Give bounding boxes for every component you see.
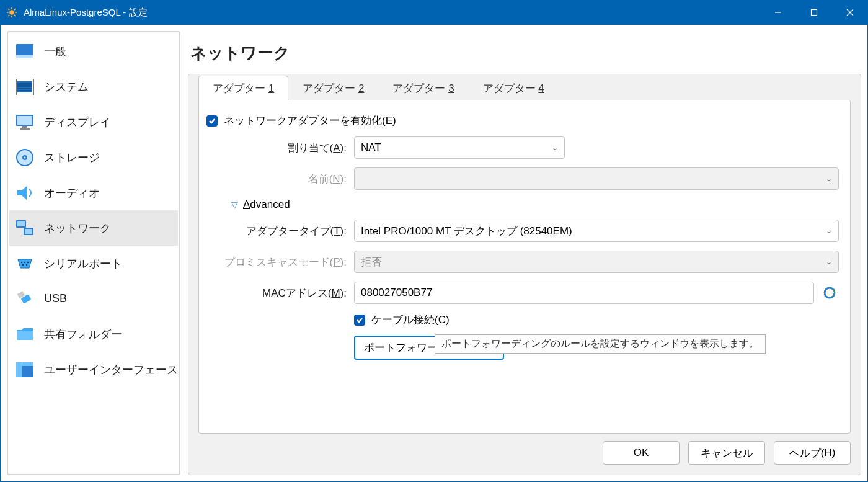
general-icon <box>14 41 35 62</box>
svg-rect-24 <box>17 116 32 125</box>
chevron-down-icon: ⌄ <box>826 226 832 235</box>
panel-title: ネットワーク <box>188 31 861 74</box>
enable-adapter-checkbox[interactable] <box>206 115 218 127</box>
sidebar-item-general[interactable]: 一般 <box>9 33 178 69</box>
dialog-footer: OK キャンセル ヘルプ(H) <box>198 434 851 465</box>
svg-point-34 <box>21 261 22 262</box>
attached-to-select[interactable]: NAT ⌄ <box>354 136 565 159</box>
name-row: 名前(N): ⌄ <box>210 167 839 190</box>
svg-line-6 <box>14 15 16 16</box>
chevron-down-icon: ⌄ <box>826 257 832 266</box>
cable-label: ケーブル接続(C) <box>371 313 450 327</box>
mac-row: MACアドレス(M): 080027050B77 <box>210 282 839 304</box>
sidebar-item-network[interactable]: ネットワーク <box>9 210 178 246</box>
help-button[interactable]: ヘルプ(H) <box>774 441 851 465</box>
cable-row: ケーブル接続(C) <box>210 313 839 327</box>
sidebar-item-audio[interactable]: オーディオ <box>9 175 178 210</box>
sidebar-item-shared-folders[interactable]: 共有フォルダー <box>9 316 178 352</box>
sidebar-label: 共有フォルダー <box>44 327 122 342</box>
sidebar-item-storage[interactable]: ストレージ <box>9 140 178 175</box>
svg-rect-41 <box>17 331 33 340</box>
tab-adapter-4[interactable]: アダプター 4 <box>469 76 559 100</box>
disclosure-triangle-icon: ▽ <box>231 200 238 210</box>
port-forwarding-tooltip: ポートフォワーディングのルールを設定するウィンドウを表示します。 <box>435 334 766 354</box>
advanced-disclosure[interactable]: ▽ Advanced <box>231 199 839 211</box>
titlebar: AlmaLinux-PostgreSQL - 設定 <box>0 0 868 25</box>
adapter-tabs: アダプター 1 アダプター 2 アダプター 3 アダプター 4 <box>198 76 851 100</box>
cancel-button[interactable]: キャンセル <box>688 441 765 465</box>
settings-sidebar: 一般 システム ディスプレイ ストレージ オーディオ ネットワーク シリアルポー… <box>7 31 180 475</box>
svg-rect-44 <box>16 366 22 377</box>
tab-adapter-1[interactable]: アダプター 1 <box>198 76 288 100</box>
svg-point-36 <box>27 261 29 262</box>
sidebar-label: 一般 <box>44 44 66 59</box>
adapter-type-label: アダプタータイプ(T): <box>210 224 354 238</box>
mac-refresh-button[interactable] <box>820 283 839 302</box>
serial-icon <box>14 253 35 274</box>
svg-point-38 <box>26 264 27 265</box>
sidebar-item-usb[interactable]: USB <box>9 281 178 316</box>
sidebar-label: ユーザーインターフェース <box>44 362 178 377</box>
ui-icon <box>14 359 35 380</box>
usb-icon <box>14 288 35 310</box>
tab-adapter-2[interactable]: アダプター 2 <box>288 76 378 100</box>
adapter-type-row: アダプタータイプ(T): Intel PRO/1000 MT デスクトップ (8… <box>210 220 839 242</box>
sidebar-item-system[interactable]: システム <box>9 69 178 104</box>
svg-point-37 <box>22 264 24 265</box>
main-panel: ネットワーク アダプター 1 アダプター 2 アダプター 3 アダプター 4 ネ… <box>188 31 861 475</box>
sidebar-label: USB <box>44 292 67 305</box>
svg-point-0 <box>9 10 14 15</box>
network-icon <box>14 218 35 239</box>
panel-body: アダプター 1 アダプター 2 アダプター 3 アダプター 4 ネットワークアダ… <box>188 74 861 475</box>
maximize-button[interactable] <box>796 0 832 25</box>
system-icon <box>14 76 35 97</box>
adapter-type-select[interactable]: Intel PRO/1000 MT デスクトップ (82540EM) ⌄ <box>354 220 839 242</box>
promiscuous-label: プロミスキャスモード(P): <box>210 255 354 269</box>
svg-rect-26 <box>20 128 30 130</box>
svg-rect-10 <box>812 10 817 16</box>
svg-rect-13 <box>16 44 33 55</box>
window-controls <box>760 0 868 25</box>
sidebar-label: オーディオ <box>44 185 100 200</box>
svg-line-7 <box>8 15 9 16</box>
advanced-label: Advanced <box>243 199 290 211</box>
sidebar-item-serial[interactable]: シリアルポート <box>9 246 178 281</box>
sidebar-label: ネットワーク <box>44 221 111 236</box>
close-button[interactable] <box>832 0 868 25</box>
sidebar-item-display[interactable]: ディスプレイ <box>9 104 178 140</box>
minimize-button[interactable] <box>760 0 796 25</box>
attached-to-row: 割り当て(A): NAT ⌄ <box>210 136 839 159</box>
display-icon <box>14 112 35 133</box>
enable-adapter-label: ネットワークアダプターを有効化(E) <box>224 114 396 128</box>
mac-label: MACアドレス(M): <box>210 286 354 300</box>
svg-line-5 <box>8 9 9 10</box>
svg-rect-14 <box>16 55 33 58</box>
sidebar-label: ディスプレイ <box>44 115 111 130</box>
sidebar-label: シリアルポート <box>44 256 122 271</box>
window-title: AlmaLinux-PostgreSQL - 設定 <box>24 7 760 19</box>
mac-input[interactable]: 080027050B77 <box>354 282 814 304</box>
ok-button[interactable]: OK <box>603 441 680 465</box>
storage-icon <box>14 147 35 168</box>
promiscuous-select: 拒否 ⌄ <box>354 251 839 273</box>
audio-icon <box>14 182 35 203</box>
sidebar-item-user-interface[interactable]: ユーザーインターフェース <box>9 352 178 387</box>
sidebar-label: システム <box>44 79 89 94</box>
folder-icon <box>14 324 35 345</box>
svg-point-29 <box>24 156 26 158</box>
svg-line-8 <box>14 9 16 10</box>
adapter-settings: ネットワークアダプターを有効化(E) 割り当て(A): NAT ⌄ 名前( <box>198 100 851 434</box>
svg-rect-43 <box>16 362 33 366</box>
name-label: 名前(N): <box>210 172 354 186</box>
sidebar-label: ストレージ <box>44 150 100 165</box>
promiscuous-row: プロミスキャスモード(P): 拒否 ⌄ <box>210 251 839 273</box>
app-icon <box>6 7 17 18</box>
cable-checkbox[interactable] <box>354 315 365 326</box>
svg-rect-33 <box>25 229 32 234</box>
svg-rect-25 <box>22 126 27 128</box>
svg-rect-31 <box>17 221 25 226</box>
tab-adapter-3[interactable]: アダプター 3 <box>378 76 468 100</box>
name-select: ⌄ <box>354 167 839 190</box>
refresh-icon <box>822 285 837 300</box>
svg-point-35 <box>24 261 25 262</box>
